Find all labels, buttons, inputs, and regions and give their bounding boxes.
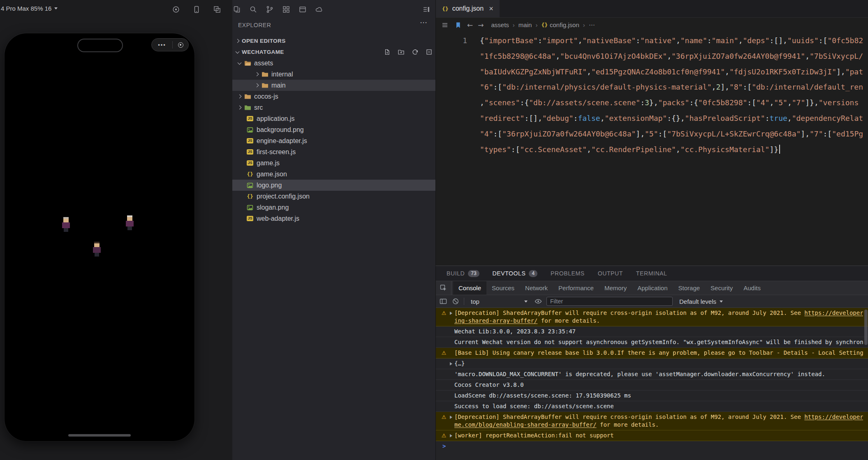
toggle-panel-icon[interactable] <box>422 5 431 14</box>
filter-input[interactable] <box>546 297 673 306</box>
tree-item-project.config.json[interactable]: {}project.config.json <box>232 191 435 202</box>
console-message[interactable]: LoadScene db://assets/scene.scene: 17.91… <box>436 391 868 401</box>
code-line[interactable]: 1{"importBase":"import","nativeBase":"na… <box>436 33 868 49</box>
devtools-tab-audits[interactable]: Audits <box>738 281 766 295</box>
devtools-tab-memory[interactable]: Memory <box>599 281 632 295</box>
expand-arrow-icon[interactable] <box>450 362 452 365</box>
collapse-all-icon[interactable] <box>425 48 433 56</box>
capsule-close-button[interactable] <box>173 42 188 48</box>
code-line[interactable]: "redirect":[],"debug":false,"extensionMa… <box>436 111 868 126</box>
devtools-tab-application[interactable]: Application <box>632 281 673 295</box>
phone-icon[interactable] <box>192 5 201 14</box>
eye-icon[interactable] <box>534 297 542 305</box>
console-link[interactable]: me.com/blog/enabling-shared-array-buffer… <box>454 421 597 428</box>
console-message[interactable]: 'macro.DOWNLOAD_MAX_CONCURRENT' is depre… <box>436 369 868 380</box>
tree-item-internal[interactable]: internal <box>232 69 435 80</box>
simulator-screen[interactable]: ••• <box>5 33 194 441</box>
tree-item-logo.png[interactable]: logo.png <box>232 180 435 191</box>
console-sidebar-icon[interactable] <box>439 297 447 305</box>
panel-tab-output[interactable]: OUTPUT <box>598 270 623 277</box>
tree-item-cocos-js[interactable]: cocos-js <box>232 91 435 102</box>
device-selector[interactable]: 4 Pro Max 85% 16 <box>1 5 58 12</box>
tree-item-assets[interactable]: assets <box>232 58 435 69</box>
chevron-right-icon[interactable] <box>255 72 259 76</box>
devtools-tab-performance[interactable]: Performance <box>553 281 599 295</box>
close-icon[interactable]: × <box>489 5 493 12</box>
tree-item-slogan.png[interactable]: slogan.png <box>232 202 435 213</box>
chevron-right-icon[interactable] <box>238 95 242 99</box>
context-selector[interactable]: top <box>468 298 530 305</box>
clear-console-icon[interactable] <box>451 297 460 305</box>
expand-arrow-icon[interactable] <box>450 416 452 419</box>
code-line[interactable]: "baIUdvKGZPgZxNbjWTFuRI","ed15PgzQNAcZ4o… <box>436 64 868 80</box>
devtools-tab-storage[interactable]: Storage <box>673 281 706 295</box>
devtools-tab-security[interactable]: Security <box>705 281 738 295</box>
console-message[interactable]: Current Wechat version do not support as… <box>436 337 868 348</box>
chevron-right-icon[interactable] <box>238 106 242 110</box>
tree-item-background.png[interactable]: background.png <box>232 124 435 135</box>
tree-item-first-screen.js[interactable]: JSfirst-screen.js <box>232 146 435 157</box>
console-prompt[interactable]: > <box>436 441 868 451</box>
chevron-right-icon[interactable] <box>255 83 259 88</box>
devtools-tab-console[interactable]: Console <box>453 281 486 295</box>
extensions-grid-icon[interactable] <box>282 5 290 14</box>
console-link[interactable]: https://developer.chr <box>804 414 863 420</box>
expand-arrow-icon[interactable] <box>450 434 452 437</box>
console-message[interactable]: Success to load scene: db://assets/scene… <box>436 401 868 412</box>
cloud-icon[interactable] <box>315 5 323 14</box>
devtools-tab-network[interactable]: Network <box>520 281 553 295</box>
console-warning-message[interactable]: ⚠[Deprecation] SharedArrayBuffer will re… <box>436 308 868 326</box>
breadcrumb-item[interactable]: assets <box>491 21 509 28</box>
code-line[interactable]: "1fc5b8298@6c48a","bcu4Qnv61Oi7AjzO4bkDE… <box>436 49 868 64</box>
menu-icon[interactable] <box>441 21 449 29</box>
explorer-more-button[interactable]: ⋯ <box>420 18 428 27</box>
new-file-icon[interactable] <box>383 48 391 56</box>
compile-icon[interactable] <box>233 5 241 14</box>
search-icon[interactable] <box>249 5 257 14</box>
code-line[interactable]: ,"scenes":{"db://assets/scene.scene":3},… <box>436 95 868 111</box>
new-folder-icon[interactable] <box>397 48 405 56</box>
console-message[interactable]: Wechat Lib:3.0.0, 2023.8.3 23:35:47 <box>436 326 868 337</box>
console-link[interactable]: ing-shared-array-buffer/ <box>454 317 537 324</box>
panel-tab-terminal[interactable]: TERMINAL <box>636 270 667 277</box>
forward-arrow-icon[interactable]: → <box>478 21 484 29</box>
panel-tab-build[interactable]: BUILD73 <box>447 270 479 277</box>
console-warning-message[interactable]: ⚠[Base Lib] Using canary release base li… <box>436 348 868 358</box>
minigame-capsule[interactable]: ••• <box>151 38 189 51</box>
tree-item-game.json[interactable]: {}game.json <box>232 169 435 180</box>
record-icon[interactable] <box>172 5 180 14</box>
console-warning-message[interactable]: ⚠[Deprecation] SharedArrayBuffer will re… <box>436 412 868 430</box>
code-line[interactable]: "4":["36rpXjuiZO7a0fw264AY0b@6c48a"],"5"… <box>436 126 868 142</box>
scrollbar-thumb[interactable] <box>864 310 868 345</box>
tree-item-src[interactable]: src <box>232 102 435 113</box>
console-warning-message[interactable]: ⚠[worker] reportRealtimeAction:fail not … <box>436 430 868 441</box>
capsule-menu-button[interactable]: ••• <box>152 42 172 48</box>
breadcrumb-item[interactable]: main <box>518 21 532 28</box>
console-link[interactable]: https://developer.chr <box>804 310 863 316</box>
log-levels-selector[interactable]: Default levels <box>677 298 725 305</box>
git-branch-icon[interactable] <box>266 5 274 14</box>
panel-tab-problems[interactable]: PROBLEMS <box>551 270 585 277</box>
tree-item-web-adapter.js[interactable]: JSweb-adapter.js <box>232 213 435 224</box>
devtools-tab-sources[interactable]: Sources <box>486 281 520 295</box>
tree-item-application.js[interactable]: JSapplication.js <box>232 113 435 124</box>
panel-tab-devtools[interactable]: DEVTOOLS4 <box>493 270 537 277</box>
expand-arrow-icon[interactable] <box>450 312 452 315</box>
console-message[interactable]: Cocos Creator v3.8.0 <box>436 380 868 391</box>
chevron-down-icon[interactable] <box>238 60 242 65</box>
code-area[interactable]: 1{"importBase":"import","nativeBase":"na… <box>436 32 868 266</box>
bookmark-icon[interactable] <box>454 21 462 29</box>
back-arrow-icon[interactable]: ← <box>467 21 473 29</box>
code-line[interactable]: "6":["db:/internal/physics/default-physi… <box>436 79 868 95</box>
refresh-icon[interactable] <box>411 48 419 56</box>
tab-config-json[interactable]: {} config.json × <box>436 0 500 17</box>
console-message[interactable]: {…} <box>436 358 868 369</box>
mirror-devices-icon[interactable] <box>213 5 221 14</box>
open-editors-section[interactable]: OPEN EDITORS <box>232 35 435 46</box>
breadcrumb-item[interactable]: ⋯ <box>589 21 595 29</box>
workspace-root-section[interactable]: WECHATGAME <box>232 46 435 58</box>
code-line[interactable]: "types":["cc.SceneAsset","cc.RenderPipel… <box>436 142 868 157</box>
tree-item-game.js[interactable]: JSgame.js <box>232 157 435 169</box>
tree-item-main[interactable]: main <box>232 80 435 91</box>
details-window-icon[interactable] <box>299 5 307 14</box>
